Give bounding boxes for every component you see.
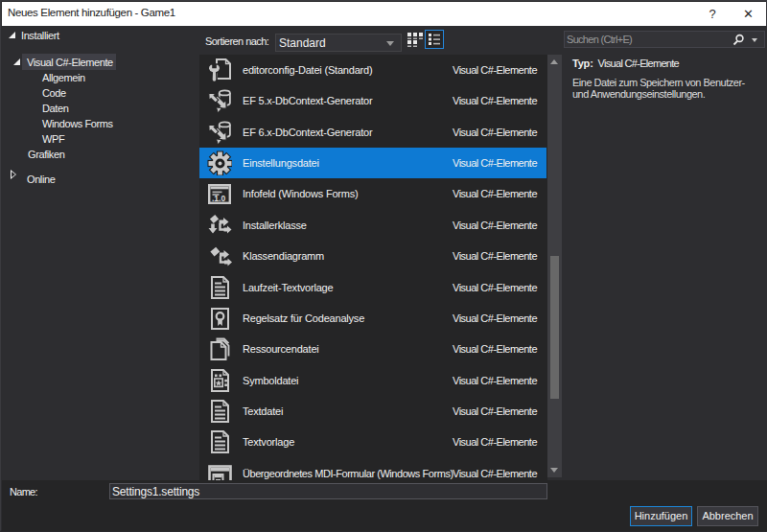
svg-text:.1.0: .1.0 xyxy=(212,194,225,203)
